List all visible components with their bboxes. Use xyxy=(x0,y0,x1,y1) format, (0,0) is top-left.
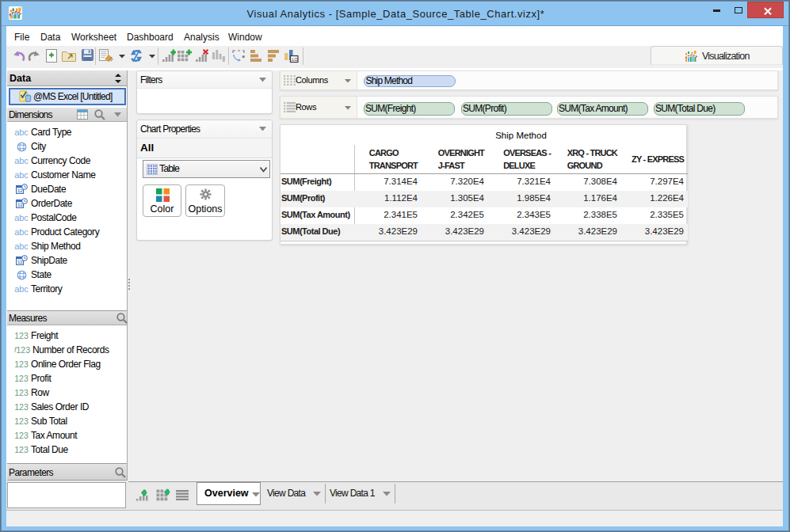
svg-text:12: 12 xyxy=(17,203,23,207)
svg-text:LO: LO xyxy=(292,57,298,62)
svg-text:12: 12 xyxy=(17,188,23,193)
svg-text:12: 12 xyxy=(17,260,23,264)
